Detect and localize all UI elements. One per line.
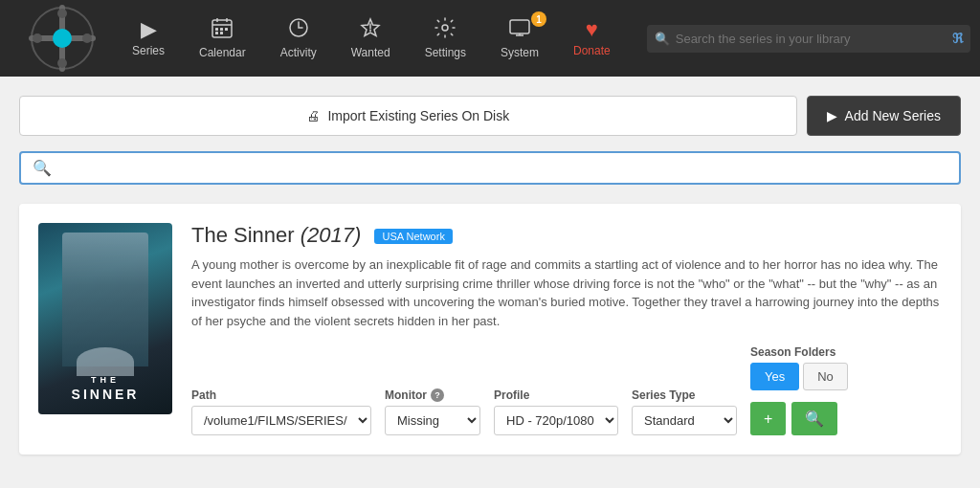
- nav-donate[interactable]: ♥ Donate: [556, 11, 628, 65]
- add-icon: ▶: [827, 108, 837, 123]
- monitor-help-icon[interactable]: ?: [431, 388, 444, 402]
- series-info: The Sinner (2017) USA Network A young mo…: [191, 223, 942, 435]
- action-btns: + 🔍: [750, 402, 848, 435]
- series-type-label: Series Type: [632, 388, 737, 402]
- navbar: ▶ Series Calendar: [0, 0, 980, 77]
- main-content: 🖨 Import Existing Series On Disk ▶ Add N…: [0, 77, 980, 488]
- search-icon: 🔍: [655, 32, 670, 46]
- series-type-group: Series Type Standard Daily Anime: [632, 388, 737, 435]
- profile-group: Profile HD - 720p/1080 Any SD: [494, 388, 618, 435]
- season-folders-group: Season Folders Yes No + 🔍: [750, 345, 848, 435]
- add-new-series-button[interactable]: ▶ Add New Series: [807, 96, 961, 136]
- calendar-icon: [212, 17, 233, 42]
- svg-point-5: [82, 33, 92, 43]
- add-series-button[interactable]: +: [750, 402, 786, 435]
- poster-person: [62, 233, 148, 366]
- svg-rect-16: [220, 32, 223, 34]
- series-title: The Sinner (2017) USA Network: [191, 223, 942, 248]
- season-folders-toggle: Yes No: [750, 363, 848, 390]
- import-icon: 🖨: [306, 108, 320, 123]
- path-group: Path /volume1/FILMS/SERIES/: [191, 388, 371, 435]
- season-folders-label: Season Folders: [750, 345, 848, 359]
- wanted-icon: [360, 17, 381, 42]
- profile-label: Profile: [494, 388, 618, 402]
- form-row: Path /volume1/FILMS/SERIES/ Monitor ? Mi…: [191, 345, 942, 435]
- series-search-icon: 🔍: [33, 159, 52, 177]
- svg-point-3: [53, 29, 72, 48]
- svg-rect-22: [510, 20, 529, 33]
- svg-rect-15: [215, 32, 218, 34]
- series-type-select[interactable]: Standard Daily Anime: [632, 406, 737, 435]
- app-logo[interactable]: [10, 5, 115, 72]
- svg-point-6: [57, 9, 67, 18]
- donate-icon: ♥: [586, 19, 598, 40]
- series-icon: ▶: [141, 19, 157, 40]
- global-search-input[interactable]: [647, 25, 970, 53]
- season-folders-no[interactable]: No: [803, 363, 848, 390]
- nav-series[interactable]: ▶ Series: [115, 11, 182, 65]
- series-description: A young mother is overcome by an inexpli…: [191, 255, 942, 330]
- svg-point-21: [442, 25, 448, 31]
- svg-rect-14: [225, 28, 228, 31]
- network-badge: USA Network: [374, 229, 452, 244]
- nav-calendar[interactable]: Calendar: [182, 10, 263, 67]
- nav-settings[interactable]: Settings: [408, 10, 483, 67]
- series-search-row: 🔍 the sinner: [19, 151, 961, 185]
- search-series-button[interactable]: 🔍: [791, 402, 837, 435]
- nav-activity[interactable]: Activity: [263, 10, 334, 67]
- system-icon: [509, 17, 530, 42]
- global-search: 🔍 ℜ: [647, 25, 970, 53]
- nav-wanted[interactable]: Wanted: [334, 10, 408, 67]
- path-label: Path: [191, 388, 371, 402]
- monitor-group: Monitor ? Missing All None: [385, 388, 480, 435]
- path-select[interactable]: /volume1/FILMS/SERIES/: [191, 406, 371, 435]
- svg-point-4: [33, 33, 42, 43]
- nav-system[interactable]: 1 System: [483, 10, 556, 67]
- monitor-label: Monitor ?: [385, 388, 480, 402]
- nav-items: ▶ Series Calendar: [115, 10, 970, 67]
- svg-rect-13: [220, 28, 223, 31]
- series-search-input[interactable]: the sinner: [61, 160, 947, 177]
- poster-title-text: THE SINNER: [72, 374, 140, 405]
- settings-icon: [434, 17, 456, 42]
- import-button[interactable]: 🖨 Import Existing Series On Disk: [19, 96, 797, 136]
- svg-rect-12: [215, 28, 218, 31]
- svg-point-7: [57, 58, 67, 68]
- svg-point-20: [369, 30, 371, 32]
- series-poster: THE SINNER: [38, 223, 172, 414]
- search-right-icon: ℜ: [952, 31, 963, 46]
- result-card: THE SINNER The Sinner (2017) USA Network…: [19, 204, 961, 455]
- activity-icon: [288, 17, 309, 42]
- season-folders-yes[interactable]: Yes: [750, 363, 799, 390]
- action-bar: 🖨 Import Existing Series On Disk ▶ Add N…: [19, 96, 961, 136]
- monitor-select[interactable]: Missing All None: [385, 406, 480, 435]
- system-badge: 1: [531, 11, 546, 27]
- profile-select[interactable]: HD - 720p/1080 Any SD: [494, 406, 618, 435]
